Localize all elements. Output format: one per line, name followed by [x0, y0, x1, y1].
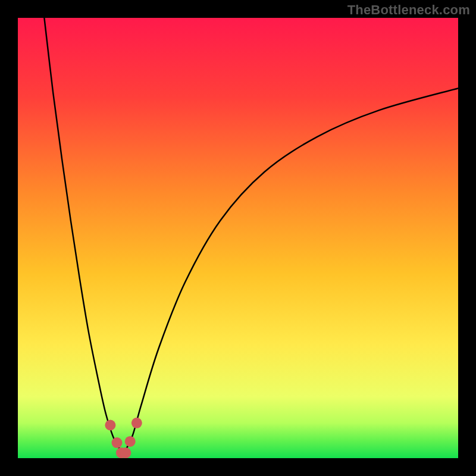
chart-svg: [18, 18, 458, 458]
cusp-marker: [125, 436, 136, 447]
chart-background-gradient: [18, 18, 458, 458]
chart-frame: TheBottleneck.com: [0, 0, 476, 476]
cusp-marker: [131, 418, 142, 428]
cusp-marker: [120, 447, 131, 458]
chart-plot-area: [18, 18, 458, 458]
watermark-text: TheBottleneck.com: [347, 2, 470, 18]
cusp-marker: [105, 420, 115, 431]
cusp-marker: [112, 437, 123, 448]
